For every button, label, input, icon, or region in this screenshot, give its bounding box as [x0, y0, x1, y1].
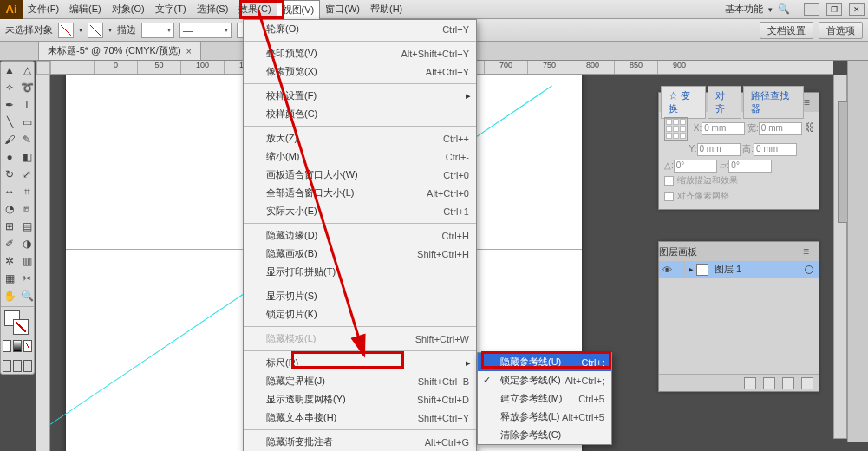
- lasso-tool[interactable]: ➰: [18, 79, 36, 96]
- slice-tool[interactable]: ✂: [18, 270, 36, 287]
- delete-layer-icon[interactable]: [801, 377, 813, 389]
- layer-name[interactable]: 图层 1: [711, 263, 805, 276]
- panel-menu-icon[interactable]: ≡: [803, 245, 815, 258]
- tab-artboards[interactable]: 画板: [678, 245, 697, 258]
- reference-point-icon[interactable]: [664, 117, 688, 141]
- menu-7[interactable]: 窗口(W): [320, 0, 365, 19]
- menu-item[interactable]: 实际大小(E)Ctrl+1: [244, 202, 476, 220]
- zoom-tool[interactable]: 🔍: [18, 287, 36, 304]
- h-field[interactable]: 0 mm: [754, 143, 797, 156]
- align-pixel-grid-checkbox[interactable]: [664, 192, 674, 201]
- brush-tool[interactable]: 🖌: [1, 131, 18, 148]
- submenu-item[interactable]: ✓锁定参考线(K)Alt+Ctrl+;: [478, 371, 611, 389]
- shear-field[interactable]: 0°: [728, 160, 772, 173]
- screen-mode-normal-icon[interactable]: [3, 360, 11, 372]
- magic-wand-tool[interactable]: ✧: [1, 79, 18, 96]
- none-mode-icon[interactable]: [23, 340, 32, 352]
- graph-tool[interactable]: ▥: [18, 252, 36, 270]
- tab-pathfinder[interactable]: 路径查找器: [743, 86, 804, 119]
- line-tool[interactable]: ╲: [1, 114, 18, 131]
- direct-selection-tool[interactable]: △: [18, 62, 36, 79]
- free-transform-tool[interactable]: ⌗: [18, 183, 36, 200]
- right-dock[interactable]: [847, 61, 868, 442]
- fill-swatch[interactable]: [58, 23, 74, 38]
- submenu-item[interactable]: 隐藏参考线(U)Ctrl+;: [478, 353, 611, 371]
- new-layer-icon[interactable]: [782, 377, 794, 389]
- menu-4[interactable]: 选择(S): [192, 0, 234, 19]
- type-tool[interactable]: T: [18, 96, 36, 114]
- tab-layers[interactable]: 图层: [659, 245, 678, 258]
- eraser-tool[interactable]: ◧: [18, 148, 36, 166]
- submenu-item[interactable]: 释放参考线(L)Alt+Ctrl+5: [478, 408, 611, 426]
- new-sublayer-icon[interactable]: [763, 377, 775, 389]
- menu-6[interactable]: 视图(V): [277, 0, 321, 19]
- menu-8[interactable]: 帮助(H): [365, 0, 408, 19]
- menu-item[interactable]: 轮廓(O)Ctrl+Y: [244, 20, 476, 38]
- fill-stroke-swatches[interactable]: [1, 309, 34, 338]
- menu-item[interactable]: 显示打印拼贴(T): [244, 263, 476, 281]
- pencil-tool[interactable]: ✎: [18, 131, 36, 148]
- selection-tool[interactable]: ▲: [1, 62, 18, 79]
- tab-transform[interactable]: ☆ 变换: [661, 86, 706, 119]
- window-close-button[interactable]: ✕: [849, 3, 865, 16]
- chevron-down-icon[interactable]: ▾: [79, 26, 82, 34]
- color-mode-icon[interactable]: [3, 340, 11, 352]
- stroke-color-icon[interactable]: [13, 319, 29, 335]
- menu-3[interactable]: 文字(T): [150, 0, 192, 19]
- submenu-item[interactable]: 建立参考线(M)Ctrl+5: [478, 389, 611, 408]
- blend-tool[interactable]: ◑: [18, 235, 36, 252]
- w-field[interactable]: 0 mm: [759, 122, 802, 135]
- screen-mode-full-icon[interactable]: [13, 360, 22, 372]
- menu-2[interactable]: 对象(O): [107, 0, 150, 19]
- window-maximize-button[interactable]: ❐: [826, 3, 842, 16]
- rectangle-tool[interactable]: ▭: [18, 114, 36, 131]
- menu-item[interactable]: 标尺(R)▸: [244, 354, 476, 372]
- menu-item[interactable]: 显示切片(S): [244, 287, 476, 305]
- menu-item[interactable]: 放大(Z)Ctrl++: [244, 129, 476, 147]
- document-setup-button[interactable]: 文档设置: [760, 22, 813, 39]
- ruler-vertical[interactable]: [36, 75, 50, 451]
- x-field[interactable]: 0 mm: [702, 122, 745, 135]
- link-wh-icon[interactable]: ⛓: [805, 121, 813, 134]
- rotate-tool[interactable]: ↻: [1, 166, 18, 183]
- layer-row[interactable]: 👁 ▸ 图层 1: [659, 261, 819, 278]
- shape-builder-tool[interactable]: ◔: [1, 200, 18, 218]
- scale-strokes-checkbox[interactable]: [664, 176, 674, 186]
- menu-item[interactable]: 校样设置(F)▸: [244, 87, 476, 105]
- stroke-swatch[interactable]: [88, 23, 103, 38]
- vertical-scrollbar[interactable]: [833, 75, 847, 439]
- submenu-item[interactable]: 清除参考线(C): [478, 426, 611, 444]
- locate-layer-icon[interactable]: [744, 377, 756, 389]
- preferences-button[interactable]: 首选项: [819, 22, 863, 39]
- chevron-down-icon[interactable]: ▾: [108, 26, 112, 34]
- scale-tool[interactable]: ⤢: [18, 166, 36, 183]
- width-tool[interactable]: ↔: [1, 183, 18, 200]
- visibility-icon[interactable]: 👁: [659, 265, 675, 275]
- menu-item[interactable]: 隐藏边缘(D)Ctrl+H: [244, 226, 476, 245]
- perspective-tool[interactable]: ⧈: [18, 200, 36, 218]
- gradient-mode-icon[interactable]: [13, 340, 22, 352]
- menu-item[interactable]: 全部适合窗口大小(L)Alt+Ctrl+0: [244, 184, 476, 202]
- menu-0[interactable]: 文件(F): [23, 0, 64, 19]
- y-field[interactable]: 0 mm: [697, 143, 741, 156]
- search-icon[interactable]: 🔍: [778, 3, 790, 15]
- rotate-field[interactable]: 0°: [674, 160, 717, 173]
- artboard-tool[interactable]: ▦: [1, 270, 18, 287]
- panel-menu-icon[interactable]: ≡: [804, 96, 815, 108]
- workspace-switcher[interactable]: 基本功能 ▾ 🔍 — ❐ ✕: [725, 3, 868, 16]
- menu-item[interactable]: 画板适合窗口大小(W)Ctrl+0: [244, 166, 476, 184]
- menu-item[interactable]: 叠印预览(V)Alt+Shift+Ctrl+Y: [244, 44, 476, 62]
- menu-item[interactable]: 缩小(M)Ctrl+-: [244, 147, 476, 166]
- stroke-weight-input[interactable]: ▾: [141, 23, 174, 38]
- menu-item[interactable]: 隐藏渐变批注者Alt+Ctrl+G: [244, 433, 476, 451]
- menu-1[interactable]: 编辑(E): [64, 0, 107, 19]
- menu-item[interactable]: 显示透明度网格(Y)Shift+Ctrl+D: [244, 390, 476, 409]
- screen-mode-present-icon[interactable]: [23, 360, 32, 372]
- symbol-sprayer-tool[interactable]: ✲: [1, 252, 18, 270]
- pen-tool[interactable]: ✒: [1, 96, 18, 114]
- hand-tool[interactable]: ✋: [1, 287, 18, 304]
- tab-align[interactable]: 对齐: [708, 86, 741, 119]
- menu-item[interactable]: 锁定切片(K): [244, 305, 476, 324]
- menu-5[interactable]: 效果(C): [233, 0, 276, 19]
- gradient-tool[interactable]: ▤: [18, 218, 36, 235]
